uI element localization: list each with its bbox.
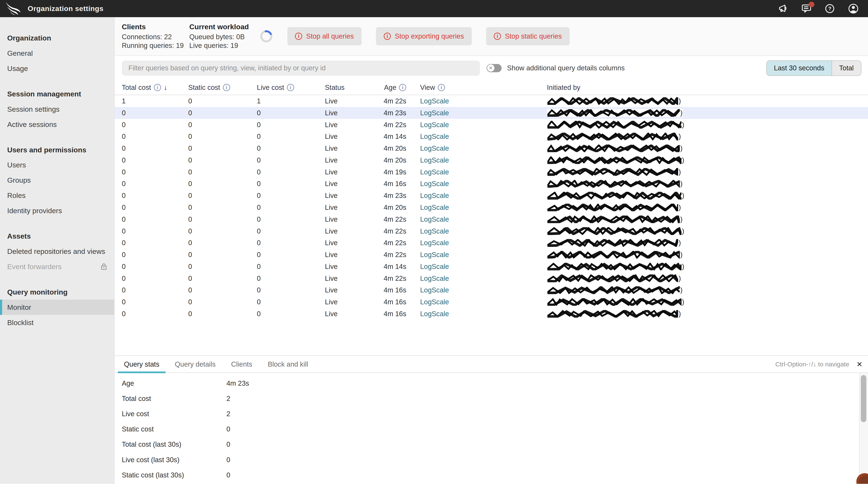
sidebar-item-blocklist[interactable]: Blocklist — [0, 315, 114, 330]
sidebar-item-event-forwarders[interactable]: Event forwarders — [0, 259, 114, 274]
query-row[interactable]: 000Live4m 20sLogScale) — [115, 202, 868, 213]
stat-label: Live cost (last 30s) — [122, 456, 226, 464]
topbar-icons: ? — [778, 3, 868, 14]
column-header-age[interactable]: Agei — [379, 84, 406, 92]
query-row[interactable]: 000Live4m 16sLogScale) — [115, 284, 868, 296]
cell-age: 4m 22s — [379, 239, 406, 247]
sidebar-item-identity-providers[interactable]: Identity providers — [0, 203, 114, 218]
announcements-icon[interactable] — [778, 4, 788, 13]
query-row[interactable]: 000Live4m 16sLogScale) — [115, 296, 868, 308]
query-row[interactable]: 000Live4m 20sLogScale) — [115, 154, 868, 166]
view-link[interactable]: LogScale — [420, 239, 449, 247]
stop-static-queries-button[interactable]: i Stop static queries — [486, 27, 569, 46]
panel-scrollbar-thumb[interactable] — [861, 375, 866, 422]
info-icon[interactable]: i — [223, 84, 230, 91]
stop-all-queries-button[interactable]: i Stop all queries — [287, 27, 362, 46]
column-header-live-cost[interactable]: Live costi — [257, 84, 325, 92]
stop-exporting-queries-button[interactable]: i Stop exporting queries — [376, 27, 472, 46]
view-link[interactable]: LogScale — [420, 180, 449, 187]
sidebar-item-usage[interactable]: Usage — [0, 61, 114, 76]
query-row[interactable]: 000Live4m 22sLogScale) — [115, 213, 868, 225]
sidebar-item-monitor[interactable]: Monitor — [0, 300, 114, 315]
view-link[interactable]: LogScale — [420, 97, 449, 105]
query-row[interactable]: 101Live4m 22sLogScale) — [115, 95, 868, 107]
query-row[interactable]: 000Live4m 20sLogScale) — [115, 143, 868, 154]
sidebar-item-label: Blocklist — [7, 319, 33, 327]
close-icon[interactable]: ✕ — [856, 360, 862, 368]
query-row[interactable]: 000Live4m 22sLogScale) — [115, 237, 868, 249]
view-link[interactable]: LogScale — [420, 144, 449, 152]
view-link[interactable]: LogScale — [420, 251, 449, 259]
query-row[interactable]: 000Live4m 16sLogScale) — [115, 308, 868, 320]
view-link[interactable]: LogScale — [420, 109, 449, 117]
column-header-static-cost[interactable]: Static costi — [188, 84, 257, 92]
view-link[interactable]: LogScale — [420, 298, 449, 306]
tab-clients[interactable]: Clients — [225, 356, 258, 372]
column-header-total-cost[interactable]: Total costi↓ — [122, 83, 188, 92]
query-row[interactable]: 000Live4m 22sLogScale) — [115, 119, 868, 131]
range-total-button[interactable]: Total — [832, 61, 861, 75]
redaction-trailing-paren: ) — [680, 286, 682, 294]
column-header-initiated-by[interactable]: Initiated by — [533, 84, 868, 92]
sidebar-item-deleted-repositories-and-views[interactable]: Deleted repositories and views — [0, 244, 114, 259]
cell-initiated-by-redacted: ) — [533, 227, 868, 235]
cell-view: LogScale — [406, 132, 533, 141]
view-link[interactable]: LogScale — [420, 204, 449, 211]
view-link[interactable]: LogScale — [420, 286, 449, 294]
sidebar-item-general[interactable]: General — [0, 46, 114, 61]
redaction-patch: ) — [547, 227, 685, 235]
stat-row-age: Age4m 23s — [115, 376, 868, 391]
column-header-view[interactable]: Viewi — [406, 84, 533, 92]
cell-status: Live — [325, 144, 378, 152]
info-icon: i — [494, 33, 501, 40]
additional-columns-toggle[interactable]: ✕ — [487, 64, 502, 72]
stat-row-total-cost: Total cost2 — [115, 391, 868, 406]
column-header-status[interactable]: Status — [325, 84, 378, 92]
info-icon[interactable]: i — [287, 84, 294, 91]
query-row[interactable]: 000Live4m 22sLogScale) — [115, 249, 868, 261]
sidebar-item-roles[interactable]: Roles — [0, 188, 114, 203]
sort-desc-icon[interactable]: ↓ — [164, 83, 167, 92]
panel-scrollbar[interactable] — [859, 373, 868, 484]
view-link[interactable]: LogScale — [420, 191, 449, 200]
query-row[interactable]: 000Live4m 22sLogScale) — [115, 273, 868, 284]
live-queries-count: Live queries: 19 — [189, 41, 251, 50]
notification-badge — [809, 2, 814, 7]
view-link[interactable]: LogScale — [420, 156, 449, 164]
query-row[interactable]: 000Live4m 23sLogScale) — [115, 107, 868, 119]
account-icon[interactable] — [848, 3, 859, 14]
view-link[interactable]: LogScale — [420, 168, 449, 176]
query-filter-input[interactable] — [122, 61, 480, 75]
view-link[interactable]: LogScale — [420, 274, 449, 282]
view-link[interactable]: LogScale — [420, 215, 449, 223]
messages-icon[interactable] — [802, 4, 811, 13]
sidebar-item-groups[interactable]: Groups — [0, 173, 114, 188]
info-icon[interactable]: i — [438, 84, 445, 91]
help-icon[interactable]: ? — [825, 4, 835, 13]
query-row[interactable]: 000Live4m 19sLogScale) — [115, 166, 868, 178]
view-link[interactable]: LogScale — [420, 132, 449, 140]
tab-query-details[interactable]: Query details — [169, 356, 222, 372]
query-row[interactable]: 000Live4m 23sLogScale) — [115, 190, 868, 202]
info-icon[interactable]: i — [154, 84, 161, 91]
sidebar-item-users[interactable]: Users — [0, 157, 114, 173]
sidebar-item-active-sessions[interactable]: Active sessions — [0, 117, 114, 132]
view-link[interactable]: LogScale — [420, 263, 449, 270]
view-link[interactable]: LogScale — [420, 227, 449, 235]
redaction-patch: ) — [547, 156, 685, 164]
column-label: Age — [384, 84, 396, 92]
tab-block-and-kill[interactable]: Block and kill — [262, 356, 314, 372]
cell-age: 4m 16s — [379, 180, 406, 188]
redaction-patch: ) — [547, 298, 685, 306]
query-row[interactable]: 000Live4m 22sLogScale) — [115, 225, 868, 237]
query-row[interactable]: 000Live4m 14sLogScale) — [115, 131, 868, 143]
tab-query-stats[interactable]: Query stats — [118, 356, 165, 372]
sidebar-item-session-settings[interactable]: Session settings — [0, 101, 114, 117]
view-link[interactable]: LogScale — [420, 121, 449, 129]
info-icon[interactable]: i — [399, 84, 406, 91]
query-row[interactable]: 000Live4m 14sLogScale) — [115, 261, 868, 273]
stats-bar: Clients Connections: 22 Running queries:… — [115, 17, 868, 56]
view-link[interactable]: LogScale — [420, 310, 449, 317]
query-row[interactable]: 000Live4m 16sLogScale) — [115, 178, 868, 190]
range-last-30-seconds-button[interactable]: Last 30 seconds — [767, 61, 832, 75]
